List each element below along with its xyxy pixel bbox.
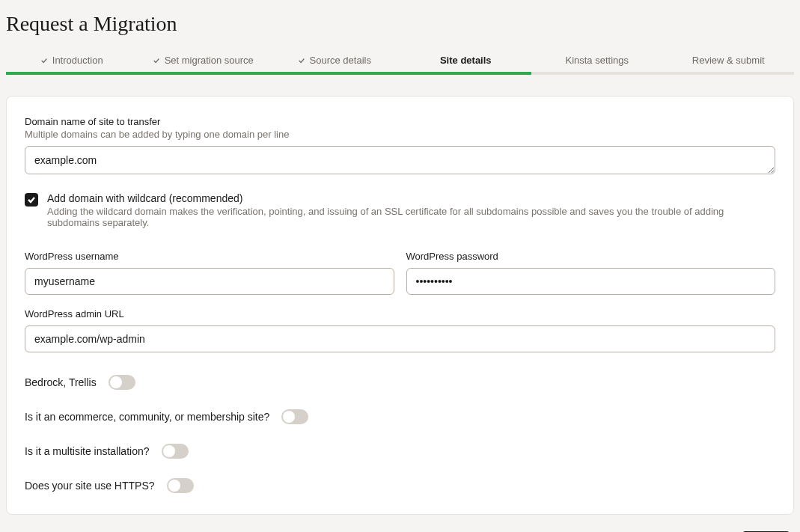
step-bar [400, 72, 532, 75]
credentials-row: WordPress username WordPress password [25, 251, 775, 295]
step-set-migration-source[interactable]: Set migration source [138, 49, 269, 73]
check-icon [153, 57, 160, 64]
step-bar [138, 72, 269, 75]
step-bar [269, 72, 400, 75]
wp-user-field: WordPress username [25, 251, 394, 295]
ecommerce-toggle[interactable] [281, 409, 308, 424]
bedrock-toggle[interactable] [109, 375, 135, 390]
wp-pass-field: WordPress password [406, 251, 776, 295]
domain-sublabel: Multiple domains can be added by typing … [25, 129, 775, 140]
step-label: Kinsta settings [565, 55, 629, 66]
check-icon [27, 195, 36, 204]
wildcard-checkbox[interactable] [25, 193, 38, 207]
step-site-details[interactable]: Site details [400, 49, 532, 73]
step-source-details[interactable]: Source details [269, 49, 400, 73]
step-label: Review & submit [692, 55, 765, 66]
bedrock-row: Bedrock, Trellis [25, 375, 775, 390]
wp-admin-input[interactable] [25, 325, 775, 352]
step-label: Source details [310, 55, 371, 66]
wp-admin-label: WordPress admin URL [25, 308, 775, 319]
step-bar [663, 72, 795, 75]
step-label: Set migration source [165, 55, 254, 66]
https-toggle[interactable] [167, 478, 194, 493]
multisite-toggle[interactable] [162, 444, 189, 459]
multisite-label: Is it a multisite installation? [25, 445, 150, 457]
step-introduction[interactable]: Introduction [6, 49, 138, 73]
wp-pass-label: WordPress password [406, 251, 776, 262]
step-review-submit[interactable]: Review & submit [663, 49, 795, 73]
https-label: Does your site use HTTPS? [25, 480, 155, 492]
https-row: Does your site use HTTPS? [25, 478, 775, 493]
step-kinsta-settings[interactable]: Kinsta settings [531, 49, 663, 73]
step-bar [6, 72, 138, 75]
form-card: Domain name of site to transfer Multiple… [6, 96, 794, 515]
multisite-row: Is it a multisite installation? [25, 444, 775, 459]
domain-label: Domain name of site to transfer [25, 116, 775, 127]
ecommerce-label: Is it an ecommerce, community, or member… [25, 411, 269, 423]
wildcard-label: Add domain with wildcard (recommended) [47, 192, 775, 204]
wildcard-sublabel: Adding the wildcard domain makes the ver… [47, 206, 775, 228]
step-label: Site details [440, 55, 492, 66]
wildcard-row: Add domain with wildcard (recommended) A… [25, 192, 775, 234]
domain-input[interactable] [25, 146, 775, 174]
step-label: Introduction [52, 55, 103, 66]
check-icon [298, 57, 305, 64]
stepper: Introduction Set migration source Source… [6, 49, 794, 73]
page-title: Request a Migration [6, 12, 794, 36]
wildcard-text: Add domain with wildcard (recommended) A… [47, 192, 775, 234]
wp-user-input[interactable] [25, 268, 394, 295]
wp-user-label: WordPress username [25, 251, 394, 262]
check-icon [40, 57, 48, 64]
wp-pass-input[interactable] [406, 268, 776, 295]
ecommerce-row: Is it an ecommerce, community, or member… [25, 409, 775, 424]
wp-admin-field: WordPress admin URL [25, 308, 775, 352]
bedrock-label: Bedrock, Trellis [25, 376, 97, 388]
step-bar [531, 72, 663, 75]
domain-field-group: Domain name of site to transfer Multiple… [25, 116, 775, 177]
